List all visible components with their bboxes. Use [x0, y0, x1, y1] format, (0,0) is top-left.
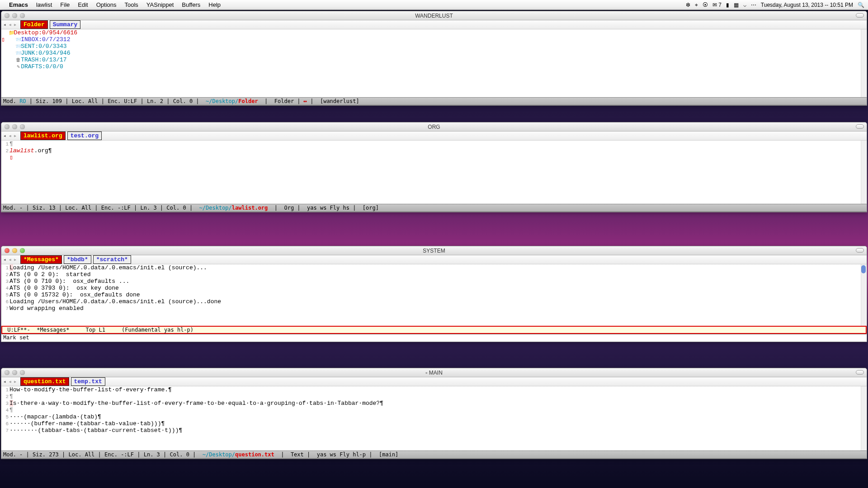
tab-messages[interactable]: *Messages* — [20, 255, 62, 264]
toolbar-toggle-icon[interactable] — [856, 124, 864, 129]
clock-date[interactable]: Tuesday, August 13, 2013 -- 10:51 PM — [761, 2, 853, 8]
window-title: SYSTEM — [423, 248, 445, 254]
mailbox-icon: 📨 — [15, 37, 21, 43]
modeline-active: U:LF**- *Messages* Top L1 (Fundamental y… — [1, 326, 867, 334]
window-title: ▫︎ MAIN — [425, 370, 443, 376]
mailbox-icon: 📨 — [15, 43, 21, 50]
scroll-left-icon[interactable]: ◃ — [8, 133, 13, 139]
menu-edit[interactable]: Edit — [78, 1, 88, 8]
buffer-content[interactable]: 1How·to·modify·the·buffer-list·of·every·… — [1, 386, 867, 450]
tab-lawlist-org[interactable]: lawlist.org — [20, 131, 66, 140]
window-title: ORG — [428, 124, 440, 130]
status-icon[interactable]: ⌖ — [695, 2, 698, 8]
scroll-left-icon[interactable]: ◂ — [2, 379, 7, 385]
scroll-left-icon[interactable]: ◃ — [8, 379, 13, 385]
scrollbar[interactable] — [861, 386, 866, 450]
menu-buffers[interactable]: Buffers — [182, 1, 200, 8]
scrollbar[interactable] — [861, 29, 866, 97]
scrollbar[interactable] — [861, 141, 866, 204]
scroll-left-icon[interactable]: ◂ — [2, 133, 7, 139]
echo-area: Mark set — [1, 334, 867, 342]
zoom-icon[interactable] — [20, 124, 25, 129]
tab-test-org[interactable]: test.org — [67, 131, 102, 140]
menu-yasnippet[interactable]: YASnippet — [146, 1, 174, 8]
toolbar-toggle-icon[interactable] — [856, 370, 864, 375]
menu-emacs[interactable]: Emacs — [9, 1, 28, 8]
file-icon: ▫︎ — [425, 370, 427, 376]
titlebar[interactable]: ▫︎ MAIN — [1, 368, 867, 377]
menu-tools[interactable]: Tools — [125, 1, 138, 8]
toolbar-toggle-icon[interactable] — [856, 13, 864, 18]
tabbar: ◂◃▹ lawlist.org test.org — [1, 131, 867, 141]
cursor: ▯ — [1, 36, 5, 43]
tab-scratch[interactable]: *scratch* — [93, 255, 131, 264]
scrollbar[interactable] — [861, 264, 866, 326]
scroll-left-icon[interactable]: ◃ — [8, 22, 13, 28]
status-icon[interactable]: ⦿ — [703, 2, 708, 8]
scroll-left-icon[interactable]: ◂ — [2, 22, 7, 28]
toolbar-toggle-icon[interactable] — [856, 248, 864, 253]
tab-folder[interactable]: Folder — [20, 20, 48, 29]
macos-menubar: Emacs lawlist File Edit Options Tools YA… — [0, 0, 868, 10]
tabbar: ◂◃▹ Folder Summary — [1, 20, 867, 29]
cursor: ▯ — [9, 154, 13, 161]
titlebar[interactable]: SYSTEM — [1, 246, 867, 255]
zoom-icon[interactable] — [20, 248, 25, 253]
spotlight-icon[interactable]: 🔍 — [858, 2, 864, 8]
menu-options[interactable]: Options — [96, 1, 117, 8]
window-system: SYSTEM ◂◃▹ *Messages* *bbdb* *scratch* 1… — [1, 246, 867, 342]
window-wanderlust: WANDERLUST ◂◃▹ Folder Summary 📁Desktop:0… — [1, 11, 867, 106]
battery-icon[interactable]: ▮ — [726, 2, 729, 8]
scroll-right-icon[interactable]: ▹ — [13, 379, 18, 385]
close-icon[interactable] — [5, 124, 9, 129]
minimize-icon[interactable] — [12, 124, 17, 129]
trash-icon: 🗑 — [15, 57, 21, 64]
more-icon[interactable]: ⋯ — [751, 2, 756, 8]
minimize-icon[interactable] — [12, 370, 17, 375]
status-icon[interactable]: ❇︎ — [686, 2, 690, 8]
menu-icon[interactable]: ▦ — [734, 2, 739, 8]
modeline: Mod. - | Siz. 273 | Loc. All | Enc. -:LF… — [1, 450, 867, 459]
minimize-icon[interactable] — [12, 248, 17, 253]
close-icon[interactable] — [5, 370, 9, 375]
tabbar: ◂◃▹ *Messages* *bbdb* *scratch* — [1, 255, 867, 264]
arrows-icon: ↔ — [304, 98, 307, 104]
mail-icon[interactable]: ✉︎ 7 — [712, 2, 722, 8]
modeline: Mod. RO | Siz. 109 | Loc. All | Enc. U:L… — [1, 97, 867, 105]
menu-lawlist[interactable]: lawlist — [36, 1, 52, 8]
mailbox-icon: 📨 — [15, 50, 21, 57]
scroll-right-icon[interactable]: ▹ — [13, 257, 18, 263]
titlebar[interactable]: WANDERLUST — [1, 11, 867, 20]
zoom-icon[interactable] — [20, 370, 25, 375]
tab-summary[interactable]: Summary — [50, 20, 81, 29]
close-icon[interactable] — [5, 248, 9, 253]
scroll-right-icon[interactable]: ▹ — [13, 133, 18, 139]
window-main: ▫︎ MAIN ◂◃▹ question.txt temp.txt 1How·t… — [1, 368, 867, 459]
menu-file[interactable]: File — [60, 1, 70, 8]
drafts-icon: ✎ — [15, 64, 21, 70]
menu-help[interactable]: Help — [208, 1, 221, 8]
zoom-icon[interactable] — [20, 13, 25, 18]
window-title: WANDERLUST — [415, 13, 453, 19]
tab-question-txt[interactable]: question.txt — [20, 377, 69, 386]
folder-icon: 📁 — [9, 30, 14, 37]
titlebar[interactable]: ORG — [1, 122, 867, 131]
wifi-icon[interactable]: ⌵ — [743, 2, 746, 8]
close-icon[interactable] — [5, 13, 9, 18]
tab-temp-txt[interactable]: temp.txt — [71, 377, 105, 386]
tabbar: ◂◃▹ question.txt temp.txt — [1, 377, 867, 386]
scroll-left-icon[interactable]: ◃ — [8, 257, 13, 263]
buffer-content[interactable]: 📁Desktop:0/954/6616 ▯ 📨INBOX:0/7/2312 📨S… — [1, 29, 867, 97]
scroll-right-icon[interactable]: ▹ — [13, 22, 18, 28]
buffer-content[interactable]: 1¶ 2lawlist.org¶ ▯ — [1, 141, 867, 204]
scroll-left-icon[interactable]: ◂ — [2, 257, 7, 263]
buffer-content[interactable]: 1Loading /Users/HOME/.0.data/.0.emacs/in… — [1, 264, 867, 326]
modeline: Mod. - | Siz. 13 | Loc. All | Enc. -:LF … — [1, 204, 867, 212]
window-org: ORG ◂◃▹ lawlist.org test.org 1¶ 2lawlist… — [1, 122, 867, 212]
tab-bbdb[interactable]: *bbdb* — [64, 255, 91, 264]
minimize-icon[interactable] — [12, 13, 17, 18]
